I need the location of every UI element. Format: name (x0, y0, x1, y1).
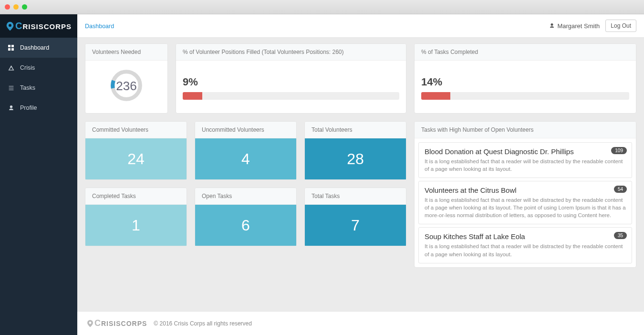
stat-value: 28 (305, 138, 406, 179)
minimize-window-icon[interactable] (13, 4, 19, 10)
close-window-icon[interactable] (5, 4, 10, 10)
logo-icon (5, 20, 15, 33)
grid-icon (8, 44, 14, 51)
task-item[interactable]: 35 Soup Kitches Staff at Lake Eola It is… (418, 227, 632, 263)
panel-high-open-tasks: Tasks with High Number of Open Volunteer… (414, 121, 636, 268)
task-item[interactable]: 109 Blood Donation at Quest Diagnostic D… (418, 142, 632, 178)
user-icon (549, 23, 555, 29)
app-window: CRISISCORPS Dashboard Crisis Tasks Prof (0, 0, 644, 335)
user-name-label: Margaret Smith (557, 22, 600, 30)
panel-title: Completed Tasks (85, 188, 187, 205)
panel-title: % of Tasks Completed (415, 44, 636, 61)
main-area: Dashboard Margaret Smith Log Out Volunte… (77, 14, 644, 335)
sidebar-item-crisis[interactable]: Crisis (0, 58, 77, 78)
logo-icon (86, 319, 94, 328)
sidebar-item-tasks[interactable]: Tasks (0, 78, 77, 98)
panel-completed-tasks: Completed Tasks 1 (85, 188, 187, 246)
content: Volunteers Needed 236 (77, 38, 644, 311)
panel-title: Committed Volunteers (85, 122, 187, 138)
donut-chart: 236 (109, 68, 144, 103)
svg-rect-3 (8, 48, 10, 51)
warning-icon (8, 64, 14, 71)
progress-bar (421, 92, 629, 100)
sidebar-item-label: Tasks (20, 84, 35, 91)
task-desc: It is a long established fact that a rea… (425, 242, 626, 258)
task-desc: It is a long established fact that a rea… (425, 157, 626, 173)
progress-fill (183, 92, 202, 100)
panel-volunteers-needed: Volunteers Needed 236 (85, 43, 168, 114)
task-title: Blood Donation at Quest Diagnostic Dr. P… (425, 147, 626, 156)
sidebar: CRISISCORPS Dashboard Crisis Tasks Prof (0, 14, 77, 335)
progress-bar (183, 92, 399, 100)
svg-rect-4 (11, 48, 14, 51)
footer: CRISISCORPS © 2016 Crisis Corps all righ… (77, 311, 644, 335)
percent-label: 9% (183, 76, 399, 88)
user-area: Margaret Smith Log Out (549, 20, 636, 32)
panel-total-volunteers: Total Volunteers 28 (304, 121, 406, 180)
panel-total-tasks: Total Tasks 7 (304, 188, 406, 246)
maximize-window-icon[interactable] (22, 4, 27, 10)
task-item[interactable]: 54 Volunteers at the Citrus Bowl It is a… (418, 181, 632, 224)
panel-committed: Committed Volunteers 24 (85, 121, 187, 180)
user-icon (8, 105, 14, 111)
sidebar-item-label: Crisis (20, 64, 35, 71)
svg-rect-1 (8, 45, 10, 47)
progress-fill (421, 92, 450, 100)
sidebar-nav: Dashboard Crisis Tasks Profile (0, 38, 77, 118)
svg-rect-2 (11, 45, 14, 47)
donut-value: 236 (109, 79, 144, 94)
panel-title: Total Tasks (305, 188, 406, 205)
footer-text: © 2016 Crisis Corps all rights reserved (154, 320, 252, 327)
brand-text: CRISISCORPS (15, 21, 72, 31)
task-title: Volunteers at the Citrus Bowl (425, 186, 626, 194)
user-name[interactable]: Margaret Smith (549, 22, 600, 30)
panel-title: Total Volunteers (305, 122, 406, 138)
panel-title: Tasks with High Number of Open Volunteer… (415, 122, 636, 138)
panel-title: Open Tasks (195, 188, 296, 205)
panel-title: % of Volunteer Positions Filled (Total V… (176, 44, 406, 61)
stat-value: 24 (85, 138, 187, 179)
panel-title: Volunteers Needed (85, 44, 167, 61)
panel-open-tasks: Open Tasks 6 (195, 188, 297, 246)
stat-value: 7 (305, 205, 406, 246)
task-badge: 35 (614, 232, 627, 239)
task-badge: 109 (611, 147, 627, 154)
svg-point-0 (9, 24, 11, 27)
window-titlebar (0, 0, 644, 14)
logout-button[interactable]: Log Out (605, 20, 636, 32)
breadcrumb-link[interactable]: Dashboard (85, 23, 114, 30)
task-badge: 54 (614, 186, 627, 193)
stat-value: 6 (195, 205, 296, 246)
brand-logo[interactable]: CRISISCORPS (0, 14, 77, 38)
task-desc: It is a long established fact that a rea… (425, 196, 626, 219)
percent-label: 14% (421, 76, 629, 88)
sidebar-item-label: Dashboard (20, 44, 49, 51)
stat-value: 1 (85, 205, 187, 246)
panel-title: Uncommitted Volunteers (195, 122, 296, 138)
sidebar-item-label: Profile (20, 105, 37, 111)
task-title: Soup Kitches Staff at Lake Eola (425, 232, 626, 241)
footer-brand: CRISISCORPS (86, 318, 147, 328)
svg-point-7 (89, 322, 92, 324)
topbar: Dashboard Margaret Smith Log Out (77, 14, 644, 38)
panel-uncommitted: Uncommitted Volunteers 4 (195, 121, 297, 180)
panel-tasks-completed: % of Tasks Completed 14% (414, 43, 636, 114)
stat-value: 4 (195, 138, 296, 179)
list-icon (8, 84, 14, 91)
breadcrumb: Dashboard (85, 22, 114, 30)
panel-positions-filled: % of Volunteer Positions Filled (Total V… (176, 43, 406, 114)
sidebar-item-dashboard[interactable]: Dashboard (0, 38, 77, 58)
sidebar-item-profile[interactable]: Profile (0, 98, 77, 118)
